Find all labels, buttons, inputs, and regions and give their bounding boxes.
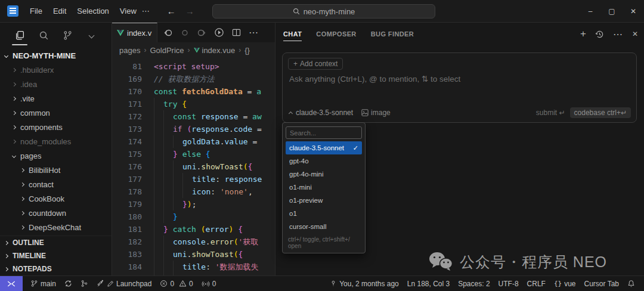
source-control-graph-button[interactable] (76, 276, 92, 291)
history-back-icon[interactable] (163, 28, 173, 38)
section-outline[interactable]: OUTLINE (0, 236, 112, 249)
menu-view[interactable]: View (114, 4, 142, 18)
tree-item-common[interactable]: common (0, 106, 112, 120)
new-chat-icon[interactable]: + (580, 28, 586, 40)
history-icon[interactable] (595, 30, 604, 39)
tree-item-CookBook[interactable]: CookBook (0, 191, 112, 206)
tree-item-label: BilibiliHot (29, 166, 60, 175)
broadcast-indicator[interactable]: 0 (197, 276, 221, 291)
problems-indicator[interactable]: 0 0 (156, 276, 197, 291)
model-option-o1-mini[interactable]: o1-mini (286, 181, 362, 194)
breadcrumb-item-GoldPrice[interactable]: GoldPrice (150, 46, 184, 55)
chat-input-box[interactable]: + Add context Ask anything (Ctrl+L), @ t… (282, 52, 637, 123)
tab-index-vue[interactable]: index.v (112, 23, 157, 42)
indent-guide (154, 185, 163, 198)
tree-item-pages[interactable]: pages (0, 148, 112, 163)
add-context-label: Add context (300, 60, 338, 68)
cursor-position[interactable]: Ln 188, Col 3 (403, 276, 454, 291)
code-line: 169// 获取数据方法 (112, 73, 275, 85)
tree-item-BilibiliHot[interactable]: BilibiliHot (0, 163, 112, 177)
chat-more-icon[interactable]: ⋯ (613, 29, 623, 40)
token (178, 150, 182, 159)
menu-edit[interactable]: Edit (48, 4, 72, 18)
tree-item-label: DeepSeekChat (29, 223, 81, 232)
close-window-button[interactable]: ✕ (623, 7, 644, 16)
search-panel-icon[interactable] (33, 26, 54, 46)
sync-changes-button[interactable] (60, 276, 76, 291)
model-option-gpt-4o-mini[interactable]: gpt-4o-mini (286, 168, 362, 181)
token: , (239, 275, 243, 275)
close-panel-icon[interactable]: ✕ (632, 30, 638, 38)
line-content: title: response (154, 173, 262, 185)
model-selector[interactable]: claude-3.5-sonnet (296, 109, 353, 117)
tree-root-folder[interactable]: NEO-MYTH-MINE (0, 48, 112, 63)
source-control-icon[interactable] (58, 26, 78, 46)
tree-item-.vite[interactable]: .vite (0, 91, 112, 106)
nav-forward-arrow-icon[interactable]: → (185, 6, 194, 16)
token: { (206, 150, 210, 159)
minimize-button[interactable]: – (580, 7, 601, 16)
menu-more-button[interactable]: ⋯ (142, 7, 150, 16)
nav-back-arrow-icon[interactable]: ← (167, 6, 176, 16)
chevron-right-icon (20, 168, 24, 172)
menu-file[interactable]: File (24, 4, 48, 18)
history-circle-icon[interactable] (181, 29, 189, 37)
model-option-o1-preview[interactable]: o1-preview (286, 194, 362, 207)
indent-guide (163, 236, 173, 248)
tree-item-.idea[interactable]: .idea (0, 77, 112, 91)
breadcrumb-item-objobj[interactable]: {} (244, 46, 250, 55)
indentation-setting[interactable]: Spaces: 2 (454, 276, 494, 291)
eol-setting[interactable]: CRLF (523, 276, 550, 291)
explorer-icon[interactable] (10, 26, 30, 46)
attach-image-button[interactable]: image (361, 109, 391, 117)
tree-item-contact[interactable]: contact (0, 177, 112, 191)
remote-indicator[interactable] (0, 276, 23, 291)
model-option-claude-3.5-sonnet[interactable]: claude-3.5-sonnet✓ (286, 141, 362, 154)
codebase-button[interactable]: codebase ctrl+↵ (570, 107, 631, 118)
tree-item-components[interactable]: components (0, 120, 112, 134)
cursor-tab-toggle[interactable]: Cursor Tab (580, 276, 623, 291)
code-line: 184title: '数据加载失 (112, 261, 275, 273)
section-notepads[interactable]: NOTEPADS (0, 262, 112, 275)
submit-button[interactable]: submit ↵ (536, 109, 565, 117)
token: } (182, 200, 187, 209)
language-mode[interactable]: {} vue (550, 276, 580, 291)
blame-info[interactable]: You, 2 months ago (326, 276, 403, 291)
more-views-chevron-icon[interactable] (82, 26, 102, 46)
add-context-button[interactable]: + Add context (288, 58, 343, 70)
watermark-text: 公众号・程序员 NEO (460, 252, 607, 272)
git-branch-indicator[interactable]: main (26, 276, 60, 291)
token: response (191, 125, 229, 134)
tree-item-.hbuilderx[interactable]: .hbuilderx (0, 63, 112, 77)
split-editor-icon[interactable] (232, 28, 241, 37)
launchpad-button[interactable]: Launchpad (92, 276, 156, 291)
model-option-o1[interactable]: o1 (286, 207, 362, 220)
search-input[interactable]: neo-myth-mine (212, 4, 435, 18)
model-option-gpt-4o[interactable]: gpt-4o (286, 154, 362, 168)
notifications-bell[interactable] (623, 276, 639, 291)
breadcrumb-item-index.vue[interactable]: index.vue (194, 46, 236, 55)
code-line: 185icon: 'none', (112, 273, 275, 275)
chat-tab-composer[interactable]: COMPOSER (316, 23, 356, 45)
tree-item-DeepSeekChat[interactable]: DeepSeekChat (0, 220, 112, 234)
token: icon (192, 187, 210, 196)
tree-item-node_modules[interactable]: node_modules (0, 134, 112, 148)
menu-selection[interactable]: Selection (72, 4, 114, 18)
model-option-label: gpt-4o (289, 157, 309, 165)
encoding-setting[interactable]: UTF-8 (494, 276, 523, 291)
section-timeline[interactable]: TIMELINE (0, 249, 112, 262)
git-graph-icon (80, 280, 88, 287)
history-forward-icon[interactable] (197, 28, 206, 38)
chat-tab-chat[interactable]: CHAT (283, 23, 302, 45)
tree-item-countdown[interactable]: countdown (0, 206, 112, 220)
token (168, 225, 173, 234)
run-code-icon[interactable] (214, 27, 224, 38)
editor-more-actions-icon[interactable]: ⋯ (249, 27, 259, 38)
maximize-button[interactable]: ▢ (601, 7, 623, 16)
code-editor[interactable]: 81<script setup>169// 获取数据方法170const fet… (112, 58, 275, 275)
breadcrumb-item-pages[interactable]: pages (119, 46, 140, 55)
chat-tab-bug-finder[interactable]: BUG FINDER (371, 23, 414, 45)
token: : (210, 187, 220, 196)
model-search-input[interactable]: Search... (286, 126, 362, 139)
model-option-cursor-small[interactable]: cursor-small (286, 220, 362, 233)
